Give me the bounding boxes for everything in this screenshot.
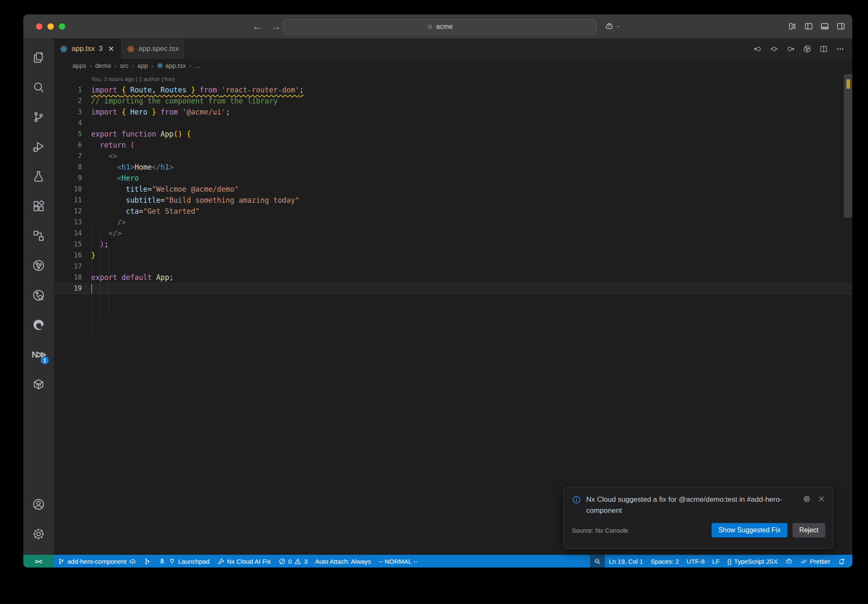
toggle-secondary-sidebar-icon[interactable]	[836, 22, 846, 31]
toggle-primary-sidebar-icon[interactable]	[804, 22, 813, 31]
code-line-5[interactable]: 5export function App() {	[54, 129, 852, 140]
status-bar-label: 0	[288, 558, 292, 565]
history-back-button[interactable]: ←	[252, 21, 262, 32]
breadcrumb-item-app[interactable]: app	[137, 62, 148, 69]
status-bar-item-nx-cloud-ai-fix[interactable]: Nx Cloud AI Fix	[214, 555, 275, 568]
line-number: 4	[54, 117, 82, 129]
code-line-1[interactable]: 1import { Route, Routes } from 'react-ro…	[54, 84, 852, 95]
status-bar-item-prettier[interactable]: Prettier	[796, 555, 834, 568]
code-line-17[interactable]: 17	[54, 261, 852, 272]
code-line-4[interactable]: 4	[54, 117, 852, 129]
status-bar-item-remote-indicator[interactable]: ><	[23, 555, 54, 568]
activity-bar-item-hierarchy[interactable]	[23, 221, 54, 251]
more-actions-icon[interactable]	[836, 45, 845, 53]
status-bar-item-commit-graph[interactable]	[140, 555, 155, 568]
code-line-15[interactable]: 15 );	[54, 239, 852, 250]
breadcrumb-item-...[interactable]: ...	[195, 62, 200, 69]
activity-bar-item-explorer[interactable]	[23, 43, 54, 73]
code-line-13[interactable]: 13 />	[54, 217, 852, 228]
status-bar-item-zoom-indicator[interactable]	[590, 555, 605, 568]
status-bar-item-encoding[interactable]: UTF-8	[683, 555, 709, 568]
plug-icon	[168, 558, 175, 565]
activity-bar-item-settings[interactable]	[23, 519, 54, 549]
indent-guide	[108, 246, 109, 313]
line-number: 19	[54, 283, 82, 294]
activity-bar-item-source-control[interactable]	[23, 102, 54, 132]
code-line-11[interactable]: 11 subtitle="Build something amazing tod…	[54, 195, 852, 206]
status-bar-item-cursor-position[interactable]: Ln 19, Col 1	[605, 555, 647, 568]
toggle-panel-icon[interactable]	[820, 22, 829, 31]
show-suggested-fix-button[interactable]: Show Suggested Fix	[712, 523, 787, 537]
status-bar-item-indentation[interactable]: Spaces: 2	[647, 555, 683, 568]
close-button[interactable]	[36, 23, 42, 30]
status-bar-item-vim-mode[interactable]: -- NORMAL --	[375, 555, 421, 568]
breadcrumb-item-apps[interactable]: apps	[72, 62, 86, 69]
search-value: acme	[436, 23, 453, 31]
beaker-icon	[32, 170, 45, 183]
breadcrumb-label: ...	[195, 62, 200, 69]
code-line-12[interactable]: 12 cta="Get Started"	[54, 206, 852, 217]
code-text: }	[82, 250, 95, 261]
code-line-6[interactable]: 6 return (	[54, 140, 852, 151]
commit-graph-circle-icon[interactable]	[803, 45, 812, 53]
breadcrumb-item-demo[interactable]: demo	[95, 62, 111, 69]
activity-bar-item-nx-console[interactable]: N≫1	[23, 340, 54, 369]
code-editor[interactable]: You, 3 hours ago | 1 author (You) 1impor…	[54, 72, 852, 555]
activity-bar-item-edge-browser[interactable]	[23, 310, 54, 340]
nav-circle-icon[interactable]	[770, 45, 779, 53]
command-center-search[interactable]: acme	[283, 19, 596, 34]
zoom-button[interactable]	[59, 23, 65, 30]
commit-graph-circle-icon	[32, 259, 45, 272]
code-line-14[interactable]: 14 </>	[54, 228, 852, 239]
history-forward-button[interactable]: →	[271, 21, 281, 32]
copilot-menu[interactable]	[605, 14, 621, 38]
tab-app.tsx[interactable]: app.tsx3✕	[54, 39, 121, 59]
minimize-button[interactable]	[47, 23, 54, 30]
breadcrumb-item-app.tsx[interactable]: app.tsx	[157, 62, 186, 69]
status-bar-item-auto-attach[interactable]: Auto Attach: Always	[312, 555, 375, 568]
line-number: 9	[54, 173, 82, 184]
scrollbar-thumb[interactable]	[844, 74, 852, 218]
code-line-10[interactable]: 10 title="Welcmoe @acme/demo"	[54, 184, 852, 195]
code-line-2[interactable]: 2// importing the component from the lib…	[54, 95, 852, 106]
customize-layout-icon[interactable]	[788, 22, 797, 31]
code-line-18[interactable]: 18export default App;	[54, 272, 852, 283]
status-bar-item-gitlens-launchpad[interactable]: Launchpad	[155, 555, 213, 568]
editor-scrollbar[interactable]	[844, 72, 852, 555]
activity-bar-item-extensions[interactable]	[23, 191, 54, 221]
notification-settings-gear-icon[interactable]	[803, 495, 811, 503]
status-bar-item-problems[interactable]: 03	[275, 555, 312, 568]
status-bar-item-git-branch[interactable]: add-hero-component	[54, 555, 140, 568]
warning-triangle-icon	[294, 558, 301, 565]
code-line-7[interactable]: 7 <>	[54, 151, 852, 162]
activity-bar-item-run-and-debug[interactable]	[23, 132, 54, 162]
status-bar-item-copilot-status[interactable]	[782, 555, 796, 568]
code-text: export default App;	[82, 272, 174, 283]
nav-back-circle-icon[interactable]	[753, 45, 762, 53]
activity-bar-item-commit-graph[interactable]	[23, 251, 54, 280]
activity-bar-item-search[interactable]	[23, 73, 54, 102]
status-bar-label: {}	[727, 558, 732, 565]
code-line-8[interactable]: 8 <h1>Home</h1>	[54, 162, 852, 173]
status-bar-label: Ln 19, Col 1	[609, 558, 643, 565]
tab-close-icon[interactable]: ✕	[108, 45, 114, 53]
status-bar-item-language-mode[interactable]: {}TypeScript JSX	[723, 555, 782, 568]
activity-bar-item-package-explorer[interactable]	[23, 369, 54, 399]
activity-bar-item-gitlens-inspect[interactable]	[23, 280, 54, 310]
code-line-9[interactable]: 9 <Hero	[54, 173, 852, 184]
activity-bar-item-testing[interactable]	[23, 162, 54, 191]
status-bar-item-eol[interactable]: LF	[709, 555, 724, 568]
code-text: <Hero	[82, 173, 139, 184]
breadcrumb-item-src[interactable]: src	[120, 62, 128, 69]
code-line-3[interactable]: 3import { Hero } from '@acme/ui';	[54, 106, 852, 117]
status-bar-item-notifications-bell[interactable]	[834, 555, 849, 568]
nav-forward-circle-icon[interactable]	[786, 45, 795, 53]
tab-label: app.spec.tsx	[139, 45, 179, 53]
reject-button[interactable]: Reject	[793, 523, 825, 537]
code-line-19[interactable]: 19	[54, 283, 852, 294]
activity-bar-item-accounts[interactable]	[23, 489, 54, 519]
split-editor-icon[interactable]	[819, 45, 828, 53]
tab-app.spec.tsx[interactable]: app.spec.tsx	[121, 39, 185, 59]
notification-close-icon[interactable]	[818, 495, 825, 503]
code-line-16[interactable]: 16}	[54, 250, 852, 261]
